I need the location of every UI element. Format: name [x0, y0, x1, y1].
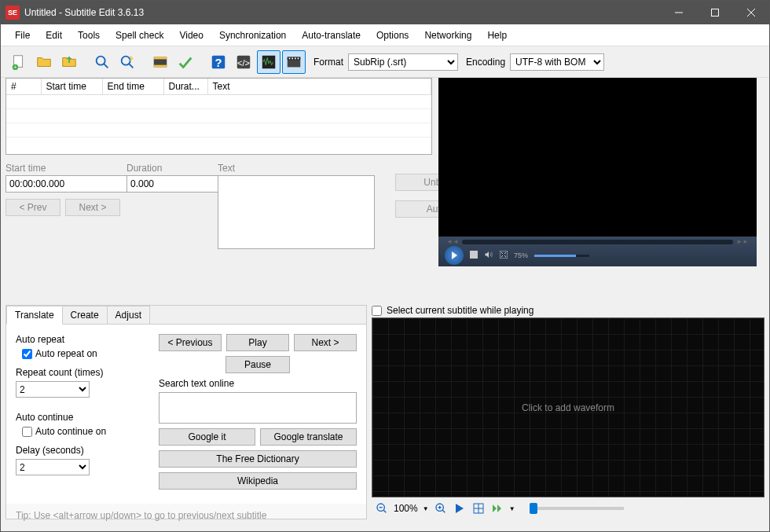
tip-text: Tip: Use <alt+arrow up/down> to go to pr… — [6, 504, 366, 521]
menu-networking[interactable]: Networking — [416, 27, 479, 44]
svg-text:?: ? — [215, 56, 222, 68]
spellcheck-button[interactable] — [174, 50, 197, 74]
svg-rect-23 — [295, 57, 296, 59]
prev-button[interactable]: < Prev — [6, 199, 60, 216]
autorepeat-title: Auto repeat — [16, 334, 149, 345]
menubar: File Edit Tools Spell check Video Synchr… — [1, 24, 769, 46]
encoding-select[interactable]: UTF-8 with BOM — [510, 53, 604, 71]
zoom-in-icon[interactable] — [434, 501, 448, 515]
menu-video[interactable]: Video — [171, 27, 211, 44]
subtitle-text-input[interactable] — [218, 175, 375, 249]
minimize-button[interactable] — [661, 1, 697, 24]
svg-text:</>: </> — [237, 57, 250, 67]
video-button[interactable] — [282, 50, 306, 74]
col-end[interactable]: End time — [102, 79, 163, 95]
search-text-input[interactable] — [159, 392, 357, 424]
start-time-input[interactable]: ▲▼ — [6, 175, 78, 193]
zoom-level: 100% — [394, 503, 418, 514]
repeat-count-select[interactable]: 2 — [16, 381, 90, 398]
svg-text:+: + — [14, 64, 17, 70]
col-start[interactable]: Start time — [41, 79, 102, 95]
start-time-label: Start time — [6, 163, 120, 174]
wave-play-icon[interactable] — [453, 501, 467, 515]
autocontinue-checkbox[interactable]: Auto continue on — [22, 426, 149, 437]
translate-prev-button[interactable]: < Previous — [159, 334, 222, 351]
menu-help[interactable]: Help — [479, 27, 515, 44]
repeat-count-label: Repeat count (times) — [16, 367, 149, 378]
col-duration[interactable]: Durat... — [163, 79, 207, 95]
volume-icon[interactable] — [484, 250, 493, 261]
help-button[interactable]: ? — [207, 50, 230, 74]
google-translate-button[interactable]: Google translate — [260, 428, 357, 446]
wave-grid-icon[interactable] — [471, 501, 486, 515]
svg-rect-25 — [470, 251, 478, 259]
window-title: Untitled - Subtitle Edit 3.6.13 — [24, 7, 661, 18]
menu-file[interactable]: File — [7, 27, 38, 44]
open-file-button[interactable] — [32, 50, 56, 74]
svg-rect-26 — [500, 251, 508, 259]
next-button[interactable]: Next > — [65, 199, 120, 216]
video-player[interactable]: ◄◄►► 75% — [438, 78, 757, 266]
source-view-button[interactable]: </> — [232, 50, 255, 74]
new-file-button[interactable]: + — [7, 50, 31, 74]
find-button[interactable] — [90, 50, 114, 74]
delay-label: Delay (seconds) — [16, 445, 149, 456]
wave-ff-icon[interactable] — [490, 501, 504, 515]
waveform-panel[interactable]: Click to add waveform — [372, 317, 764, 497]
menu-sync[interactable]: Synchronization — [211, 27, 294, 44]
text-label: Text — [218, 163, 375, 174]
format-select[interactable]: SubRip (.srt) — [348, 53, 458, 71]
svg-rect-21 — [289, 57, 291, 59]
toolbar: + ? </> Format SubRip (.srt) Encoding UT… — [1, 46, 769, 78]
svg-line-8 — [104, 63, 108, 68]
col-text[interactable]: Text — [207, 79, 431, 95]
save-button[interactable] — [57, 50, 81, 74]
svg-line-29 — [383, 510, 386, 512]
encoding-label: Encoding — [466, 57, 505, 68]
volume-slider[interactable] — [534, 255, 589, 257]
search-label: Search text online — [159, 378, 357, 389]
tab-translate[interactable]: Translate — [6, 306, 63, 325]
waveform-position-slider[interactable] — [530, 507, 624, 510]
select-current-checkbox[interactable]: Select current subtitle while playing — [372, 305, 764, 316]
tab-adjust[interactable]: Adjust — [107, 306, 150, 325]
visual-sync-button[interactable] — [148, 50, 172, 74]
duration-label: Duration — [126, 163, 174, 174]
waveform-button[interactable] — [257, 50, 280, 74]
zoom-out-icon[interactable] — [375, 501, 389, 515]
menu-autotranslate[interactable]: Auto-translate — [294, 27, 368, 44]
play-button[interactable] — [445, 246, 464, 265]
wikipedia-button[interactable]: Wikipedia — [159, 472, 357, 490]
close-button[interactable] — [733, 1, 769, 24]
svg-line-33 — [442, 510, 445, 512]
delay-select[interactable]: 2 — [16, 459, 90, 475]
menu-spellcheck[interactable]: Spell check — [108, 27, 171, 44]
format-label: Format — [314, 57, 343, 68]
wave-dropdown-icon[interactable]: ▼ — [509, 505, 515, 512]
free-dictionary-button[interactable]: The Free Dictionary — [159, 450, 357, 468]
fullscreen-icon[interactable] — [500, 251, 508, 260]
menu-tools[interactable]: Tools — [70, 27, 108, 44]
translate-play-button[interactable]: Play — [226, 334, 289, 351]
translate-next-button[interactable]: Next > — [294, 334, 357, 351]
menu-options[interactable]: Options — [368, 27, 416, 44]
autorepeat-checkbox[interactable]: Auto repeat on — [22, 348, 149, 359]
google-it-button[interactable]: Google it — [159, 428, 255, 446]
autocontinue-title: Auto continue — [16, 412, 149, 423]
zoom-dropdown-icon[interactable]: ▼ — [423, 505, 429, 512]
subtitle-grid[interactable]: # Start time End time Durat... Text — [6, 78, 432, 155]
col-number[interactable]: # — [6, 79, 41, 95]
seek-bar[interactable]: ◄◄►► — [462, 240, 733, 244]
duration-input[interactable]: ▲▼ — [126, 175, 174, 193]
menu-edit[interactable]: Edit — [38, 27, 70, 44]
svg-rect-24 — [298, 57, 299, 59]
maximize-button[interactable] — [697, 1, 733, 24]
stop-icon[interactable] — [470, 251, 478, 260]
replace-button[interactable] — [116, 50, 139, 74]
svg-rect-13 — [154, 64, 167, 67]
svg-rect-22 — [292, 57, 293, 59]
svg-rect-1 — [712, 9, 719, 17]
tab-create[interactable]: Create — [62, 306, 108, 325]
app-icon: SE — [6, 6, 20, 20]
translate-pause-button[interactable]: Pause — [226, 356, 289, 373]
